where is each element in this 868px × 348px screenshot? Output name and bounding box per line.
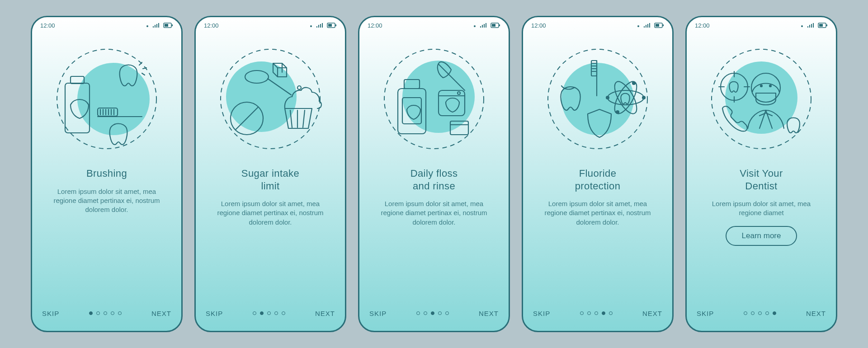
dot-3[interactable] (431, 311, 434, 315)
svg-rect-62 (826, 24, 827, 26)
battery-icon (163, 23, 173, 28)
signal-dot-icon (310, 23, 312, 28)
onboarding-screen-4: 12:00 (522, 16, 674, 332)
dot-5[interactable] (609, 311, 613, 315)
svg-point-72 (760, 85, 762, 87)
status-icons (473, 23, 500, 28)
dot-4[interactable] (602, 311, 605, 315)
battery-icon (654, 23, 664, 28)
battery-icon (491, 23, 500, 28)
svg-rect-3 (165, 24, 168, 27)
dot-4[interactable] (765, 311, 769, 315)
svg-point-29 (474, 25, 476, 27)
svg-rect-31 (499, 24, 500, 26)
svg-point-56 (606, 96, 609, 99)
dot-3[interactable] (104, 311, 107, 315)
screen-title: Brushing (32, 165, 181, 180)
svg-rect-18 (335, 24, 336, 26)
svg-point-28 (297, 86, 301, 89)
dot-1[interactable] (416, 311, 420, 315)
screen-body: Lorem ipsum dolor sit amet, mea regione … (196, 192, 345, 227)
svg-line-27 (303, 110, 305, 127)
skip-button[interactable]: SKIP (369, 310, 387, 317)
screen-title: Visit Your Dentist (687, 165, 836, 192)
svg-rect-32 (492, 24, 495, 27)
next-button[interactable]: NEXT (315, 310, 335, 317)
next-button[interactable]: NEXT (479, 310, 499, 317)
illustration-sugar (196, 33, 345, 165)
status-time: 12:00 (695, 22, 710, 29)
status-time: 12:00 (368, 22, 382, 29)
pagination-dots (89, 311, 122, 315)
dot-1[interactable] (89, 311, 93, 315)
svg-point-5 (77, 63, 150, 135)
screen-body: Lorem ipsum dolor sit amet, mea regione … (687, 192, 836, 218)
status-bar: 12:00 (523, 17, 672, 33)
signal-bars-icon (152, 23, 160, 28)
svg-point-59 (616, 111, 619, 113)
next-button[interactable]: NEXT (642, 310, 662, 317)
status-bar: 12:00 (196, 17, 345, 33)
skip-button[interactable]: SKIP (697, 310, 714, 317)
screen-body: Lorem ipsum dolor sit amet, mea regione … (32, 180, 181, 215)
svg-point-57 (642, 96, 645, 99)
dot-4[interactable] (274, 311, 278, 315)
dot-2[interactable] (260, 311, 264, 315)
svg-point-58 (632, 82, 635, 85)
next-button[interactable]: NEXT (151, 310, 171, 317)
dot-3[interactable] (267, 311, 271, 315)
screen-body: Lorem ipsum dolor sit amet, mea regione … (523, 192, 672, 227)
status-icons (637, 23, 664, 28)
status-bar: 12:00 (32, 17, 181, 33)
dot-1[interactable] (253, 311, 256, 315)
signal-dot-icon (146, 23, 149, 28)
status-bar: 12:00 (359, 17, 509, 33)
onboarding-screen-2: 12:00 Sugar int (194, 16, 346, 332)
dot-2[interactable] (587, 311, 591, 315)
onboarding-screen-1: 12:00 (31, 16, 183, 332)
learn-more-button[interactable]: Learn more (726, 226, 797, 246)
signal-bars-icon (807, 23, 814, 28)
signal-bars-icon (480, 23, 487, 28)
screen-title: Sugar intake limit (196, 165, 345, 192)
skip-button[interactable]: SKIP (42, 310, 59, 317)
status-icons (310, 23, 337, 28)
dot-5[interactable] (282, 311, 285, 315)
svg-rect-43 (663, 24, 664, 26)
status-icons (146, 23, 173, 28)
illustration-brushing (32, 33, 181, 165)
status-time: 12:00 (40, 22, 55, 29)
svg-rect-44 (656, 24, 659, 27)
dot-2[interactable] (751, 311, 755, 315)
signal-dot-icon (637, 23, 640, 28)
onboarding-screen-5: 12:00 (685, 16, 837, 332)
dot-4[interactable] (111, 311, 114, 315)
skip-button[interactable]: SKIP (533, 310, 550, 317)
status-icons (801, 23, 828, 28)
dot-3[interactable] (594, 311, 598, 315)
onboarding-screen-3: 12:00 (358, 16, 510, 332)
signal-bars-icon (643, 23, 651, 28)
dot-5[interactable] (773, 311, 776, 315)
dot-4[interactable] (438, 311, 442, 315)
next-button[interactable]: NEXT (806, 310, 826, 317)
dot-5[interactable] (118, 311, 122, 315)
svg-point-73 (769, 85, 771, 87)
dot-1[interactable] (744, 311, 747, 315)
signal-bars-icon (316, 23, 323, 28)
svg-point-60 (801, 25, 803, 27)
dot-2[interactable] (424, 311, 427, 315)
status-bar: 12:00 (687, 17, 836, 33)
dot-5[interactable] (445, 311, 449, 315)
screen-title: Daily floss and rinse (359, 165, 509, 192)
dot-1[interactable] (580, 311, 584, 315)
dot-3[interactable] (758, 311, 762, 315)
skip-button[interactable]: SKIP (206, 310, 223, 317)
battery-icon (327, 23, 337, 28)
svg-rect-63 (819, 24, 823, 27)
signal-dot-icon (473, 23, 476, 28)
illustration-fluoride (523, 33, 672, 165)
screen-title: Fluoride protection (523, 165, 672, 192)
svg-rect-19 (328, 24, 332, 27)
dot-2[interactable] (96, 311, 100, 315)
